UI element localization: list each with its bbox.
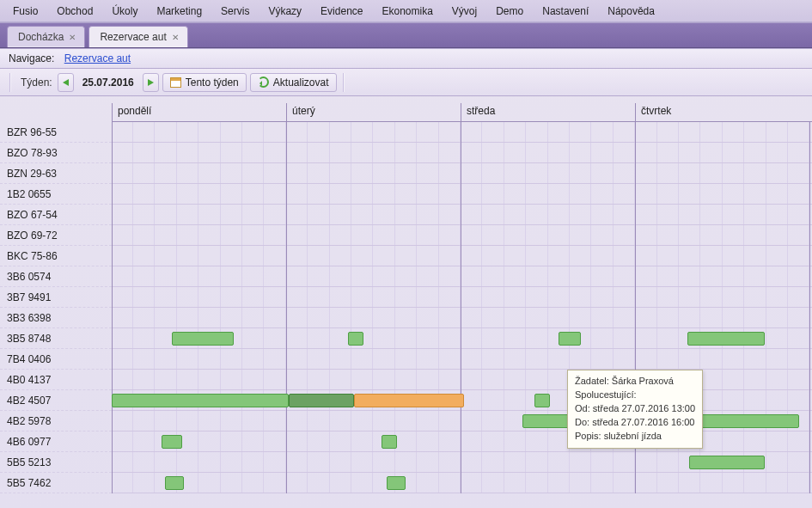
reservation-tooltip: Žadatel: Šárka Praxová Spolucestující: O… [567, 370, 703, 449]
vehicle-row-label: BZO 67-54 [0, 205, 112, 225]
reservation-bar[interactable] [387, 476, 406, 490]
toolbar-separator [343, 73, 345, 92]
vehicle-row-label: 4B2 4507 [0, 390, 112, 411]
reservation-canvas[interactable] [112, 122, 812, 493]
menu-nastavení[interactable]: Nastavení [534, 3, 596, 20]
vehicle-row-label: BZO 78-93 [0, 143, 112, 163]
menu-ekonomika[interactable]: Ekonomika [374, 3, 440, 20]
chevron-left-icon [63, 79, 69, 86]
vehicle-row-label: 5B5 7462 [0, 473, 112, 493]
vehicle-row-label: BZO 69-72 [0, 225, 112, 246]
menu-fusio[interactable]: Fusio [5, 3, 46, 20]
refresh-button[interactable]: Aktualizovat [250, 73, 337, 92]
menu-výkazy[interactable]: Výkazy [260, 3, 309, 20]
menu-nápověda[interactable]: Nápověda [600, 3, 662, 20]
menu-marketing[interactable]: Marketing [149, 3, 210, 20]
menubar: FusioObchodÚkolyMarketingServisVýkazyEvi… [0, 0, 812, 22]
toolbar: Týden: 25.07.2016 Tento týden Aktualizov… [0, 69, 812, 96]
tab-label: Rezervace aut [100, 31, 166, 43]
vehicle-row-label: 3B3 6398 [0, 308, 112, 328]
vehicle-row-label: 7B4 0406 [0, 349, 112, 370]
calendar-icon [170, 77, 181, 88]
day-header: pondělí [112, 103, 286, 121]
vehicle-row-label: 3B6 0574 [0, 266, 112, 287]
day-header-row: pondělíúterýstředačtvrtek [112, 103, 812, 122]
chevron-right-icon [148, 79, 154, 86]
vehicle-row-label: 1B2 0655 [0, 184, 112, 205]
prev-week-button[interactable] [58, 73, 74, 92]
nav-label: Navigace: [9, 52, 54, 64]
reservation-bar[interactable] [382, 435, 397, 449]
day-header: úterý [286, 103, 461, 121]
week-date[interactable]: 25.07.2016 [77, 77, 139, 89]
menu-úkoly[interactable]: Úkoly [104, 3, 145, 20]
menu-vývoj[interactable]: Vývoj [444, 3, 485, 20]
next-week-button[interactable] [143, 73, 159, 92]
menu-servis[interactable]: Servis [213, 3, 257, 20]
reservation-bar[interactable] [689, 456, 765, 469]
vehicle-row-label: BZN 29-63 [0, 163, 112, 184]
vehicle-row-label: 5B5 5213 [0, 452, 112, 473]
vehicle-row-label: BZR 96-55 [0, 122, 112, 143]
day-header: čtvrtek [635, 103, 809, 121]
refresh-icon [258, 77, 269, 88]
refresh-label: Aktualizovat [273, 77, 329, 89]
vehicle-row-label: BKC 75-86 [0, 246, 112, 266]
this-week-label: Tento týden [186, 77, 239, 89]
menu-obchod[interactable]: Obchod [49, 3, 101, 20]
nav-bar: Navigace: Rezervace aut [0, 48, 812, 69]
this-week-button[interactable]: Tento týden [162, 73, 247, 92]
vehicle-row-label: 3B7 9491 [0, 287, 112, 308]
vehicle-row-label: 3B5 8748 [0, 328, 112, 349]
tab-close-icon[interactable]: ✕ [172, 33, 179, 42]
week-label: Týden: [21, 77, 52, 89]
vehicle-row-label: 4B2 5978 [0, 411, 112, 431]
toolbar-separator [9, 73, 11, 92]
tab-rezervace-aut[interactable]: Rezervace aut✕ [89, 26, 187, 47]
tab-close-icon[interactable]: ✕ [69, 33, 76, 42]
calendar-grid: pondělíúterýstředačtvrtek BZR 96-55BZO 7… [0, 103, 812, 493]
reservation-bar[interactable] [687, 332, 765, 346]
vehicle-row-label: 4B0 4137 [0, 370, 112, 390]
menu-demo[interactable]: Demo [488, 3, 531, 20]
nav-link-rezervace[interactable]: Rezervace aut [64, 52, 131, 64]
vehicle-label-column: BZR 96-55BZO 78-93BZN 29-631B2 0655BZO 6… [0, 122, 112, 493]
menu-evidence[interactable]: Evidence [313, 3, 370, 20]
day-header: středa [461, 103, 635, 121]
tab-label: Docházka [18, 31, 64, 43]
reservation-bar[interactable] [534, 394, 550, 407]
tabstrip: Docházka✕Rezervace aut✕ [0, 22, 812, 48]
tab-docházka[interactable]: Docházka✕ [7, 26, 85, 47]
vehicle-row-label: 4B6 0977 [0, 431, 112, 452]
